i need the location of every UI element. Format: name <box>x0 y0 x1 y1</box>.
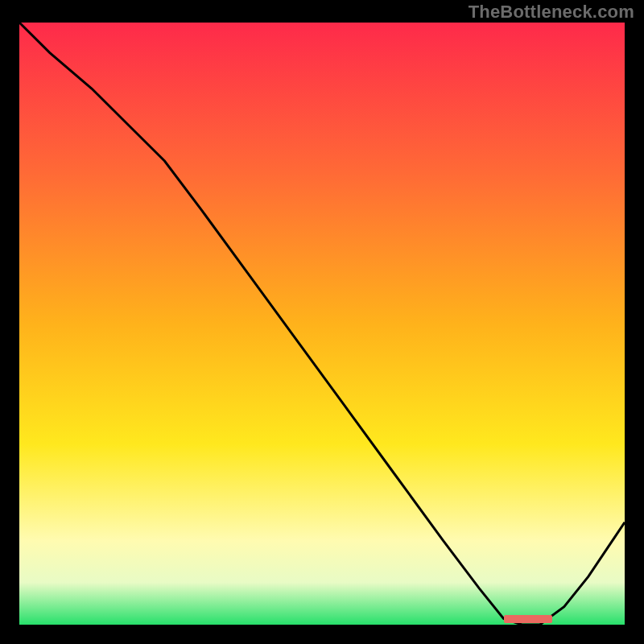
plot-frame <box>19 23 625 625</box>
chart-stage: TheBottleneck.com <box>0 0 644 644</box>
optimum-marker <box>504 615 552 623</box>
performance-curve <box>19 23 625 625</box>
curve-layer <box>19 23 625 625</box>
attribution-text: TheBottleneck.com <box>469 2 634 23</box>
